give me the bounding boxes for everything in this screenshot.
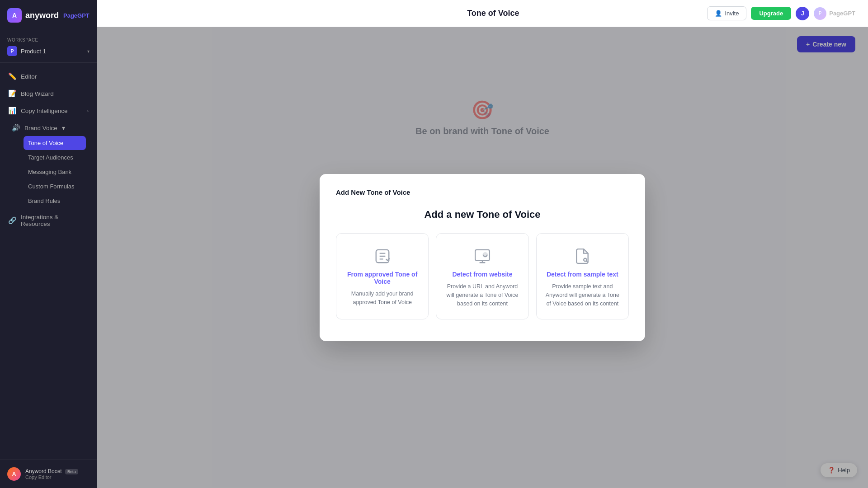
sub-item-label: Messaging Bank	[28, 169, 71, 175]
sub-item-label: Brand Rules	[28, 197, 61, 204]
sidebar-item-brand-voice[interactable]: 🔊 Brand Voice ▾	[7, 120, 90, 136]
modal-header: Add New Tone of Voice	[336, 188, 629, 196]
modal-card-sample[interactable]: Detect from sample text Provide sample t…	[536, 233, 629, 319]
workspace-label: Workspace	[7, 38, 90, 42]
sidebar-item-label: Integrations & Resources	[21, 214, 89, 227]
modal-card-approved[interactable]: From approved Tone of Voice Manually add…	[336, 233, 429, 319]
pg-name: PageGPT	[829, 10, 855, 17]
sample-card-desc: Provide sample text and Anyword will gen…	[546, 282, 619, 308]
website-card-icon	[472, 246, 492, 266]
user-avatar[interactable]: J	[796, 7, 809, 20]
boost-badge: Beta	[65, 469, 78, 474]
workspace-section: Workspace P Product 1 ▾	[0, 31, 97, 63]
invite-icon: 👤	[715, 10, 722, 17]
modal-card-website[interactable]: Detect from website Provide a URL and An…	[436, 233, 528, 319]
sidebar-item-label: Copy Intelligence	[21, 108, 68, 114]
sidebar-bottom: A Anyword Boost Beta Copy Editor	[0, 460, 97, 488]
sidebar-item-copy-intelligence[interactable]: 📊 Copy Intelligence ›	[4, 103, 93, 119]
main-content: Tone of Voice 👤 Invite Upgrade J P PageG…	[97, 0, 868, 488]
blog-wizard-icon: 📝	[8, 89, 16, 98]
sidebar-item-tone-of-voice[interactable]: Tone of Voice	[24, 136, 86, 150]
workspace-selector[interactable]: P Product 1 ▾	[7, 46, 90, 56]
header: Tone of Voice 👤 Invite Upgrade J P PageG…	[97, 0, 868, 27]
sidebar-item-label: Blog Wizard	[21, 90, 54, 97]
sidebar-item-blog-wizard[interactable]: 📝 Blog Wizard	[4, 85, 93, 102]
boost-label: Anyword Boost Beta	[25, 468, 78, 474]
app-name: anyword	[25, 11, 59, 20]
upgrade-label: Upgrade	[759, 10, 783, 17]
sub-item-label: Target Audiences	[28, 154, 73, 161]
approved-card-title: From approved Tone of Voice	[345, 271, 419, 285]
copy-intelligence-icon: 📊	[8, 107, 16, 115]
logo-icon: A	[7, 8, 22, 23]
brand-voice-icon: 🔊	[12, 124, 20, 132]
sample-card-title: Detect from sample text	[547, 271, 618, 278]
chevron-down-icon: ▾	[87, 49, 90, 54]
sidebar-item-brand-rules[interactable]: Brand Rules	[24, 194, 86, 208]
sidebar-item-editor[interactable]: ✏️ Editor	[4, 68, 93, 84]
pagedgpt-watermark: P PageGPT	[814, 7, 855, 20]
sub-item-label: Tone of Voice	[28, 140, 63, 146]
app-secondary-name: PageGPT	[63, 12, 90, 19]
upgrade-button[interactable]: Upgrade	[751, 7, 791, 20]
sidebar-item-label: Editor	[21, 73, 37, 80]
sub-item-label: Custom Formulas	[28, 183, 75, 190]
modal-title: Add a new Tone of Voice	[336, 209, 629, 221]
svg-point-3	[584, 258, 586, 261]
approved-card-icon	[373, 246, 392, 266]
chevron-right-icon: ›	[87, 108, 89, 113]
invite-button[interactable]: 👤 Invite	[707, 6, 746, 20]
sidebar-item-target-audiences[interactable]: Target Audiences	[24, 150, 86, 164]
approved-card-desc: Manually add your brand approved Tone of…	[345, 290, 419, 307]
editor-icon: ✏️	[8, 72, 16, 80]
modal: Add New Tone of Voice Add a new Tone of …	[320, 174, 645, 341]
invite-label: Invite	[725, 10, 739, 17]
sidebar: A anyword PageGPT Workspace P Product 1 …	[0, 0, 97, 488]
anyword-boost-item[interactable]: A Anyword Boost Beta Copy Editor	[7, 467, 90, 481]
header-actions: 👤 Invite Upgrade J P PageGPT	[707, 6, 855, 20]
modal-overlay[interactable]: Add New Tone of Voice Add a new Tone of …	[97, 27, 868, 488]
nav-section: ✏️ Editor 📝 Blog Wizard 📊 Copy Intellige…	[0, 63, 97, 460]
sidebar-item-integrations[interactable]: 🔗 Integrations & Resources	[4, 210, 93, 231]
boost-sub: Copy Editor	[25, 474, 78, 480]
app-logo: A anyword PageGPT	[0, 0, 97, 31]
website-card-title: Detect from website	[452, 271, 512, 278]
sidebar-item-messaging-bank[interactable]: Messaging Bank	[24, 165, 86, 179]
workspace-name: Product 1	[21, 48, 84, 55]
chevron-down-icon: ▾	[62, 124, 65, 131]
sample-card-icon	[572, 246, 592, 266]
body-content: + Create new 🎯 Be on brand with Tone of …	[97, 27, 868, 488]
website-card-desc: Provide a URL and Anyword will generate …	[445, 282, 519, 308]
sidebar-item-label: Brand Voice	[24, 125, 57, 131]
page-title: Tone of Voice	[368, 9, 618, 18]
pg-logo: P	[814, 7, 826, 20]
workspace-icon: P	[7, 46, 17, 56]
boost-avatar: A	[7, 467, 21, 481]
brand-voice-section: 🔊 Brand Voice ▾ Tone of Voice Target Aud…	[4, 120, 93, 208]
integrations-icon: 🔗	[8, 216, 16, 225]
sidebar-item-custom-formulas[interactable]: Custom Formulas	[24, 179, 86, 193]
brand-voice-submenu: Tone of Voice Target Audiences Messaging…	[7, 136, 90, 208]
modal-cards: From approved Tone of Voice Manually add…	[336, 233, 629, 319]
